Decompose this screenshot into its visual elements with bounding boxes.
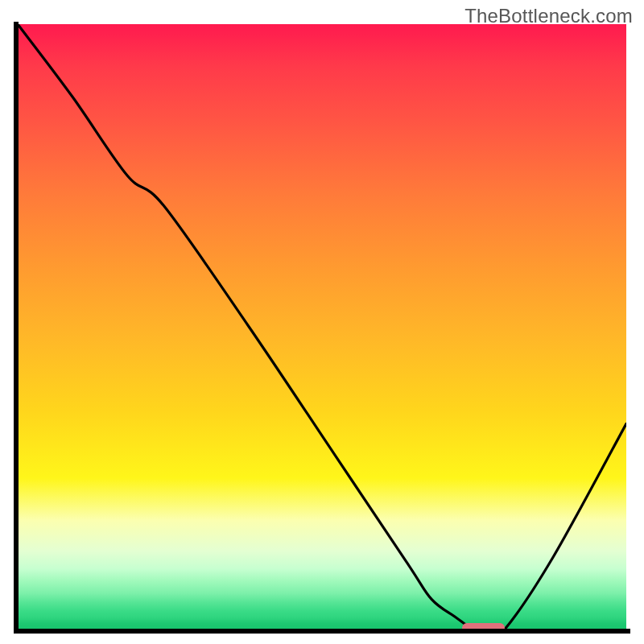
optimal-range-marker [462, 623, 505, 633]
gradient-plot-area [18, 24, 626, 630]
page-root: TheBottleneck.com [0, 0, 644, 644]
